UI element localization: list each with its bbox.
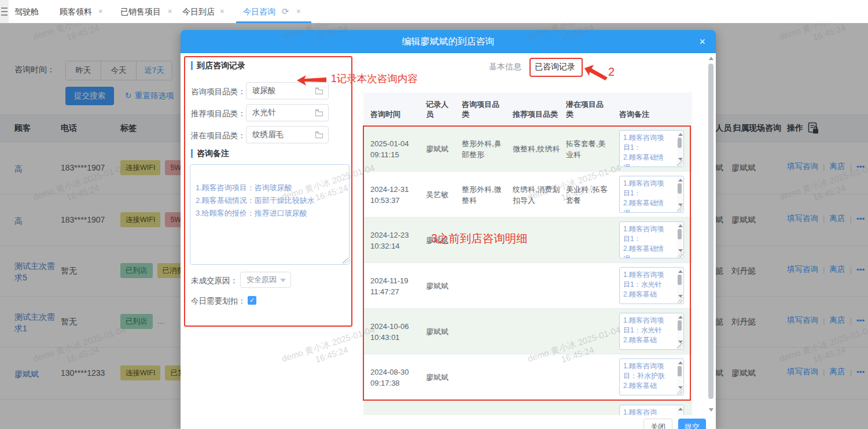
tab-today-consults[interactable]: 今日咨询 (243, 0, 275, 23)
consult-time: 2024-10-06 10:43:01 (370, 321, 419, 343)
close-tab-icon[interactable]: × (220, 0, 225, 23)
tab-basic-info[interactable]: 基本信息 (489, 62, 521, 72)
resize-grip-icon[interactable] (343, 258, 348, 264)
history-row: 2024-08-30 09:17:38 廖斌斌 1.顾客咨询项目：补水护肤 2.… (363, 354, 692, 400)
consult-note-text: 1.顾客咨询项目：咨询玻尿酸 2.顾客基础情况：面部干燥比较缺水 3.给顾客的报… (196, 183, 315, 217)
dialog-close-icon[interactable]: × (699, 30, 705, 53)
note-textarea[interactable]: 1.顾客咨询项目1：水光针 2.顾客基础 (619, 267, 684, 304)
dialog-title: 编辑廖斌斌的到店咨询 (181, 30, 716, 53)
note-text: 1.顾客咨询项目1： 2.顾客基础情况 (623, 224, 668, 258)
close-tab-icon[interactable]: × (296, 0, 301, 23)
close-button[interactable]: 关闭 (643, 419, 672, 429)
recorder: 廖斌斌 (426, 143, 457, 154)
history-row: 2024-12-31 10:53:37 吴艺敏 整形外科,微整科 纹绣科,消费划… (363, 172, 692, 217)
potential-category-input[interactable]: 纹绣眉毛 (246, 126, 329, 143)
consult-category: 整形外科,微整科 (462, 184, 508, 206)
note-textarea[interactable]: 1.顾客咨询项目1：水光针 2.顾客基础 (619, 313, 684, 350)
scroll-up-icon (678, 316, 683, 319)
section-bar (191, 149, 193, 158)
close-tab-icon[interactable]: × (98, 0, 103, 23)
dialog-header: 编辑廖斌斌的到店咨询 × (181, 30, 716, 53)
consult-category: 整形外科,鼻部整形 (462, 138, 508, 160)
recorder: 廖斌斌 (426, 235, 457, 246)
folder-picker-icon[interactable] (315, 87, 323, 95)
scroll-down-icon[interactable] (709, 408, 713, 412)
resize-grip-icon[interactable] (677, 206, 683, 212)
active-tab-underline (236, 21, 311, 23)
resize-grip-icon[interactable] (677, 343, 683, 349)
scroll-up-icon (678, 224, 683, 227)
consult-time: 2025-01-04 09:11:15 (370, 138, 419, 160)
consult-time: 2024-08-30 09:17:38 (370, 367, 419, 389)
tab-consulted-records[interactable]: 已咨询记录 (535, 62, 575, 72)
note-textarea[interactable]: 1.顾客咨询项目1： 2.顾客基础情况 (619, 130, 684, 167)
note-textarea[interactable]: 1.顾客咨询项目1： 2.顾客基础情况 (619, 221, 684, 258)
recommend-category-label: 推荐项目品类： (191, 109, 246, 119)
col-recorder: 记录人 员 (426, 99, 448, 119)
chevron-down-icon (280, 279, 286, 282)
note-text: 1.顾客咨询项目1：水光针 2.顾客基础 (623, 316, 668, 345)
scroll-up-icon (678, 133, 683, 136)
recommend-category-input[interactable]: 水光针 (246, 104, 329, 121)
recommend-category-value: 水光针 (252, 108, 276, 117)
resize-grip-icon[interactable] (677, 160, 683, 166)
scroll-up-icon[interactable] (709, 57, 713, 60)
menu-hamburger-icon[interactable] (0, 0, 9, 23)
col-potential-category: 潜在项目品 类 (566, 99, 604, 119)
consult-time: 2024-12-31 10:53:37 (370, 184, 419, 206)
potential-category-label: 潜在项目品类： (191, 131, 246, 141)
tab-dashboard[interactable]: 驾驶舱 (14, 0, 39, 23)
section-title-consult-note: 咨询备注 (197, 149, 229, 159)
recorder: 廖斌斌 (426, 280, 457, 291)
scroll-up-icon (678, 270, 683, 273)
note-text: 1.顾客咨询项目1：水光针 2.顾客基础 (623, 270, 668, 299)
col-consult-category: 咨询项目品 类 (462, 99, 499, 119)
potential-category-value: 纹绣眉毛 (252, 130, 284, 139)
history-row: 2024-12-23 10:32:14 廖斌斌 1.顾客咨询项目1： 2.顾客基… (363, 217, 692, 263)
resize-grip-icon[interactable] (677, 389, 683, 394)
scroll-up-icon (678, 361, 683, 364)
dialog-scrollbar[interactable] (707, 53, 715, 429)
scrollbar-thumb[interactable] (708, 64, 713, 399)
folder-picker-icon[interactable] (315, 131, 323, 139)
potential-category: 拓客套餐,美业科 (566, 138, 611, 160)
recorder: 廖斌斌 (426, 372, 457, 383)
section-title-store-consult: 到店咨询记录 (197, 61, 245, 71)
consult-category-input[interactable]: 玻尿酸 (246, 82, 329, 99)
note-text: 1.顾客咨询项目1： 2.顾客基础情况 (623, 133, 668, 167)
consult-note-textarea[interactable]: 1.顾客咨询项目：咨询玻尿酸 2.顾客基础情况：面部干燥比较缺水 3.给顾客的报… (190, 164, 350, 265)
lost-reason-select[interactable]: 安全原因 (240, 272, 291, 288)
deduct-today-checkbox[interactable]: ✓ (248, 296, 256, 305)
dialog-footer: 关闭 提交 (181, 415, 716, 429)
col-recommend-category: 推荐项目品类 (513, 109, 558, 119)
history-row: 2024-11-19 11:47:27 廖斌斌 1.顾客咨询项目1：水光针 2.… (363, 263, 692, 309)
resize-grip-icon[interactable] (677, 252, 683, 257)
note-textarea[interactable]: 1.顾客咨询项目：补水护肤 2.顾客基础 (619, 358, 684, 395)
close-tab-icon[interactable]: × (168, 0, 172, 23)
history-row: 2024-10-06 10:43:01 廖斌斌 1.顾客咨询项目1：水光针 2.… (363, 309, 692, 354)
folder-picker-icon[interactable] (315, 109, 323, 117)
potential-category: 美业科 ,拓客套餐 (566, 184, 611, 206)
tab-today-arrivals[interactable]: 今日到店 (182, 0, 215, 23)
lost-reason-label: 未成交原因： (191, 276, 238, 286)
consult-time: 2024-11-19 11:47:27 (370, 275, 419, 297)
deduct-today-label: 今日需要划扣： (191, 296, 246, 306)
recorder: 吴艺敏 (426, 189, 457, 200)
recommend-category: 微整科,纹绣科 (513, 143, 562, 154)
scroll-up-icon (678, 179, 683, 182)
recommend-category: 纹绣科,消费划扣导入 (513, 184, 562, 206)
tab-customer-pickup[interactable]: 顾客领料 (60, 0, 92, 23)
history-row-partial: 1.顾客咨询 (363, 400, 692, 415)
resize-grip-icon[interactable] (677, 297, 683, 303)
refresh-tab-icon[interactable]: ⟳ (282, 0, 289, 23)
history-row: 2025-01-04 09:11:15 廖斌斌 整形外科,鼻部整形 微整科,纹绣… (363, 126, 692, 172)
edit-consult-dialog: 编辑廖斌斌的到店咨询 × 到店咨询记录 咨询项目品类： 玻尿酸 推荐项目品类： … (181, 30, 716, 429)
consult-time: 2024-12-23 10:32:14 (370, 230, 419, 252)
tab-sold-projects[interactable]: 已销售项目 (120, 0, 161, 23)
submit-button[interactable]: 提交 (678, 419, 706, 429)
note-textarea[interactable]: 1.顾客咨询项目1： 2.顾客基础情况 (619, 176, 684, 213)
consult-category-value: 玻尿酸 (252, 86, 276, 95)
scroll-up-icon (678, 408, 683, 410)
note-text: 1.顾客咨询项目1： 2.顾客基础情况 (623, 179, 668, 213)
col-consult-time: 咨询时间 (370, 109, 400, 119)
